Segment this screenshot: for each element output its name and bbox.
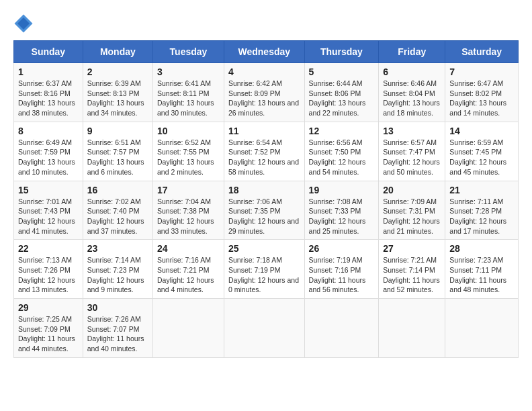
calendar-cell: 5 Sunrise: 6:44 AM Sunset: 8:06 PM Dayli… [304,63,379,122]
day-info: Sunrise: 7:11 AM Sunset: 7:28 PM Dayligh… [449,197,514,236]
calendar-cell: 11 Sunrise: 6:54 AM Sunset: 7:52 PM Dayl… [224,122,304,181]
calendar-cell: 22 Sunrise: 7:13 AM Sunset: 7:26 PM Dayl… [14,240,83,299]
calendar-cell: 26 Sunrise: 7:19 AM Sunset: 7:16 PM Dayl… [304,240,379,299]
daylight-text: Daylight: 12 hours and 37 minutes. [87,216,148,236]
calendar-week-row: 1 Sunrise: 6:37 AM Sunset: 8:16 PM Dayli… [14,63,519,122]
sunrise-text: Sunrise: 7:09 AM [383,197,441,207]
sunset-text: Sunset: 7:11 PM [449,265,514,275]
sunrise-text: Sunrise: 7:02 AM [87,197,148,207]
daylight-text: Daylight: 12 hours and 13 minutes. [18,275,79,295]
calendar-cell: 1 Sunrise: 6:37 AM Sunset: 8:16 PM Dayli… [14,63,83,122]
day-info: Sunrise: 7:26 AM Sunset: 7:07 PM Dayligh… [87,314,148,354]
day-info: Sunrise: 7:23 AM Sunset: 7:11 PM Dayligh… [449,255,514,295]
sunrise-text: Sunrise: 7:26 AM [87,314,148,324]
day-number: 12 [309,126,375,136]
day-info: Sunrise: 6:59 AM Sunset: 7:45 PM Dayligh… [449,138,514,177]
day-info: Sunrise: 7:13 AM Sunset: 7:26 PM Dayligh… [18,255,79,295]
calendar-cell: 30 Sunrise: 7:26 AM Sunset: 7:07 PM Dayl… [83,299,152,358]
daylight-text: Daylight: 12 hours and 58 minutes. [228,157,300,177]
day-number: 16 [87,185,148,195]
calendar-cell: 21 Sunrise: 7:11 AM Sunset: 7:28 PM Dayl… [445,181,519,240]
sunset-text: Sunset: 7:33 PM [309,206,375,216]
day-info: Sunrise: 7:18 AM Sunset: 7:19 PM Dayligh… [228,255,300,295]
day-info: Sunrise: 7:14 AM Sunset: 7:23 PM Dayligh… [87,255,148,295]
daylight-text: Daylight: 12 hours and 29 minutes. [228,216,300,236]
sunrise-text: Sunrise: 7:21 AM [383,255,441,265]
day-number: 22 [18,243,79,254]
calendar-cell: 15 Sunrise: 7:01 AM Sunset: 7:43 PM Dayl… [14,181,83,240]
day-number: 30 [87,302,148,313]
sunset-text: Sunset: 7:23 PM [87,265,148,275]
day-info: Sunrise: 6:56 AM Sunset: 7:50 PM Dayligh… [309,138,375,177]
day-number: 18 [228,185,300,195]
day-info: Sunrise: 6:41 AM Sunset: 8:11 PM Dayligh… [157,79,220,118]
weekday-header-wednesday: Wednesday [224,41,304,63]
sunrise-text: Sunrise: 6:49 AM [18,138,79,148]
daylight-text: Daylight: 12 hours and 33 minutes. [157,216,220,236]
day-number: 28 [449,243,514,254]
sunrise-text: Sunrise: 7:11 AM [449,197,514,207]
day-info: Sunrise: 7:01 AM Sunset: 7:43 PM Dayligh… [18,197,79,236]
sunset-text: Sunset: 7:09 PM [18,324,79,334]
daylight-text: Daylight: 11 hours and 44 minutes. [18,334,79,353]
calendar-cell: 13 Sunrise: 6:57 AM Sunset: 7:47 PM Dayl… [379,122,445,181]
daylight-text: Daylight: 13 hours and 34 minutes. [87,98,148,118]
daylight-text: Daylight: 13 hours and 26 minutes. [228,98,300,118]
sunset-text: Sunset: 7:40 PM [87,206,148,216]
calendar-cell: 8 Sunrise: 6:49 AM Sunset: 7:59 PM Dayli… [14,122,83,181]
sunset-text: Sunset: 8:04 PM [383,89,441,99]
header [13,13,519,34]
calendar-cell: 3 Sunrise: 6:41 AM Sunset: 8:11 PM Dayli… [152,63,224,122]
daylight-text: Daylight: 12 hours and 41 minutes. [18,216,79,236]
daylight-text: Daylight: 13 hours and 10 minutes. [18,157,79,177]
sunset-text: Sunset: 7:14 PM [383,265,441,275]
sunset-text: Sunset: 7:07 PM [87,324,148,334]
sunrise-text: Sunrise: 6:56 AM [309,138,375,148]
daylight-text: Daylight: 13 hours and 14 minutes. [449,98,514,118]
calendar-cell: 29 Sunrise: 7:25 AM Sunset: 7:09 PM Dayl… [14,299,83,358]
day-info: Sunrise: 6:52 AM Sunset: 7:55 PM Dayligh… [157,138,220,177]
calendar-cell: 17 Sunrise: 7:04 AM Sunset: 7:38 PM Dayl… [152,181,224,240]
sunset-text: Sunset: 8:02 PM [449,89,514,99]
calendar-cell [224,299,304,358]
sunset-text: Sunset: 7:52 PM [228,147,300,157]
sunset-text: Sunset: 7:38 PM [157,206,220,216]
day-info: Sunrise: 7:08 AM Sunset: 7:33 PM Dayligh… [309,197,375,236]
day-number: 3 [157,66,220,77]
calendar-cell: 9 Sunrise: 6:51 AM Sunset: 7:57 PM Dayli… [83,122,152,181]
weekday-header-saturday: Saturday [445,41,519,63]
logo-icon [13,13,34,34]
day-info: Sunrise: 6:49 AM Sunset: 7:59 PM Dayligh… [18,138,79,177]
day-number: 14 [449,126,514,136]
daylight-text: Daylight: 13 hours and 18 minutes. [383,98,441,118]
calendar-cell [445,299,519,358]
day-number: 23 [87,243,148,254]
day-number: 4 [228,66,300,77]
weekday-header-thursday: Thursday [304,41,379,63]
sunset-text: Sunset: 7:19 PM [228,265,300,275]
calendar-cell: 20 Sunrise: 7:09 AM Sunset: 7:31 PM Dayl… [379,181,445,240]
sunrise-text: Sunrise: 6:59 AM [449,138,514,148]
day-info: Sunrise: 6:57 AM Sunset: 7:47 PM Dayligh… [383,138,441,177]
sunrise-text: Sunrise: 7:16 AM [157,255,220,265]
calendar-cell: 24 Sunrise: 7:16 AM Sunset: 7:21 PM Dayl… [152,240,224,299]
sunset-text: Sunset: 8:16 PM [18,89,79,99]
daylight-text: Daylight: 12 hours and 50 minutes. [383,157,441,177]
weekday-header-sunday: Sunday [14,41,83,63]
calendar-table: SundayMondayTuesdayWednesdayThursdayFrid… [13,40,519,358]
calendar-week-row: 29 Sunrise: 7:25 AM Sunset: 7:09 PM Dayl… [14,299,519,358]
sunset-text: Sunset: 7:45 PM [449,147,514,157]
sunset-text: Sunset: 7:55 PM [157,147,220,157]
day-number: 15 [18,185,79,195]
day-info: Sunrise: 7:21 AM Sunset: 7:14 PM Dayligh… [383,255,441,295]
sunset-text: Sunset: 7:31 PM [383,206,441,216]
calendar-cell: 12 Sunrise: 6:56 AM Sunset: 7:50 PM Dayl… [304,122,379,181]
calendar-cell: 19 Sunrise: 7:08 AM Sunset: 7:33 PM Dayl… [304,181,379,240]
daylight-text: Daylight: 12 hours and 25 minutes. [309,216,375,236]
calendar-cell: 28 Sunrise: 7:23 AM Sunset: 7:11 PM Dayl… [445,240,519,299]
sunrise-text: Sunrise: 7:23 AM [449,255,514,265]
sunrise-text: Sunrise: 6:46 AM [383,79,441,89]
calendar-cell: 7 Sunrise: 6:47 AM Sunset: 8:02 PM Dayli… [445,63,519,122]
calendar-cell [379,299,445,358]
day-info: Sunrise: 6:46 AM Sunset: 8:04 PM Dayligh… [383,79,441,118]
